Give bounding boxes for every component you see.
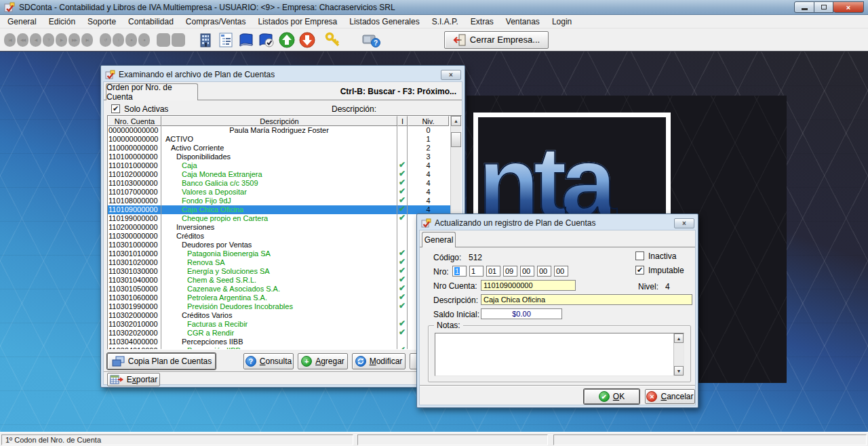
- nro-segment-6[interactable]: 00: [537, 266, 551, 277]
- menu-item-edici-n[interactable]: Edición: [43, 16, 81, 28]
- update-dialog-close-button[interactable]: ×: [674, 218, 694, 228]
- modificar-label: Modificar: [370, 357, 403, 366]
- scrollbar-thumb[interactable]: [451, 132, 461, 147]
- nro-segment-3[interactable]: 01: [486, 266, 500, 277]
- menu-item-compras-ventas[interactable]: Compras/Ventas: [180, 16, 252, 28]
- tab-orden-por-nro[interactable]: Orden por Nro. de Cuenta: [106, 83, 198, 100]
- key-icon[interactable]: [323, 31, 342, 49]
- copia-plan-label: Copia Plan de Cuentas: [128, 357, 212, 366]
- nav-button-disabled: [157, 33, 170, 47]
- cancelar-button[interactable]: × Cancelar: [645, 389, 695, 404]
- table-row[interactable]: 110301010000Patagonia Bioenergia SA✔: [108, 249, 450, 258]
- notas-scrollbar[interactable]: ▲ ▼: [673, 333, 684, 376]
- ok-button[interactable]: ✔ OK: [584, 389, 639, 404]
- descripcion-field[interactable]: Caja Chica Oficina: [481, 294, 692, 305]
- table-row[interactable]: 110107000000Valores a Depositar✔4: [108, 188, 450, 197]
- col-header-nro-cuenta[interactable]: Nro. Cuenta: [108, 116, 161, 126]
- minimize-button[interactable]: [794, 1, 814, 13]
- menu-item-listados-por-empresa[interactable]: Listados por Empresa: [252, 16, 344, 28]
- inactiva-label: Inactiva: [648, 251, 676, 261]
- table-row[interactable]: 110108000000Fondo Fijo 9dJ✔4: [108, 197, 450, 205]
- modificar-button[interactable]: Modificar: [352, 353, 406, 369]
- exportar-button[interactable]: Exportar: [107, 373, 160, 386]
- menu-item-contabilidad[interactable]: Contabilidad: [122, 16, 180, 28]
- col-header-imputable[interactable]: I: [397, 116, 408, 126]
- tab-label: General: [425, 235, 454, 245]
- col-header-descripcion[interactable]: Descripción: [161, 116, 397, 126]
- nro-segment-2[interactable]: 1: [469, 266, 484, 277]
- table-row[interactable]: 110301050000Cazenave & Asociados S.A.✔: [108, 285, 450, 293]
- notas-scroll-up[interactable]: ▲: [674, 333, 684, 343]
- notas-label: Notas:: [434, 321, 463, 330]
- nro-segment-7[interactable]: 00: [554, 266, 568, 277]
- tab-general[interactable]: General: [422, 232, 456, 247]
- table-row[interactable]: 110100000000Disponibilidades3: [108, 153, 450, 161]
- imputable-checkbox[interactable]: [635, 266, 644, 275]
- agregar-button[interactable]: + Agregar: [298, 353, 348, 369]
- table-row[interactable]: 110200000000Inversiones: [108, 223, 450, 232]
- col-header-nivel[interactable]: Niv.: [408, 116, 449, 126]
- nro-cuenta-field[interactable]: 110109000000: [481, 280, 576, 291]
- company-icon[interactable]: [196, 31, 215, 49]
- notas-scroll-down[interactable]: ▼: [674, 366, 684, 376]
- menu-item-s-i-a-p-[interactable]: S.I.A.P.: [426, 16, 465, 28]
- menu-item-general[interactable]: General: [1, 16, 43, 28]
- nro-cuenta-value: 110109000000: [484, 281, 533, 289]
- table-row[interactable]: 110301000000Deudores por Ventas: [108, 241, 450, 249]
- checked-book-icon[interactable]: [257, 31, 276, 49]
- table-row[interactable]: 000000000000Paula María Rodriguez Foster…: [108, 126, 450, 135]
- menu-item-soporte[interactable]: Soporte: [81, 16, 122, 28]
- table-row[interactable]: 110300000000Créditos: [108, 232, 450, 241]
- table-row[interactable]: 110000000000Activo Corriente2: [108, 144, 450, 153]
- table-row[interactable]: 110301020000Renova SA✔: [108, 258, 450, 267]
- cerrar-empresa-button[interactable]: Cerrar Empresa...: [444, 31, 549, 49]
- nro-segment-4[interactable]: 09: [503, 266, 517, 277]
- table-row[interactable]: 110301060000Petrolera Argentina S.A.✔: [108, 293, 450, 302]
- restore-button[interactable]: [814, 1, 833, 13]
- table-row[interactable]: 110302020000CGR a Rendir✔: [108, 329, 450, 338]
- table-row[interactable]: 110301040000Chem & Seed S.R.L.✔: [108, 276, 450, 285]
- close-button[interactable]: ×: [833, 1, 864, 13]
- nav-button-disabled: i: [113, 33, 124, 47]
- copia-plan-button[interactable]: Copia Plan de Cuentas: [107, 353, 216, 369]
- table-row[interactable]: 110101000000Caja✔4: [108, 161, 450, 170]
- menu-item-ventanas[interactable]: Ventanas: [500, 16, 546, 28]
- sd-help-icon[interactable]: ?: [361, 31, 380, 49]
- table-row[interactable]: 110103000000Banco Galicia c/c 3509✔4: [108, 179, 450, 188]
- saldo-inicial-field[interactable]: $0.00: [481, 308, 562, 319]
- table-row[interactable]: 110304000000Percepciones IIBB: [108, 338, 450, 346]
- table-row[interactable]: 110302010000Facturas a Recibir✔: [108, 320, 450, 329]
- table-row[interactable]: 110199000000Cheque propio en Cartera✔: [108, 214, 450, 223]
- cerrar-empresa-label: Cerrar Empresa...: [470, 35, 540, 45]
- table-row[interactable]: 100000000000ACTIVO1: [108, 135, 450, 144]
- table-row[interactable]: 110109000000Caja Chica Oficina✔4: [108, 205, 450, 214]
- menu-item-login[interactable]: Login: [546, 16, 578, 28]
- accounts-grid: Nro. Cuenta Descripción I Niv. 000000000…: [107, 115, 462, 350]
- down-arrow-icon[interactable]: [298, 31, 317, 49]
- solo-activas-checkbox[interactable]: [111, 104, 120, 113]
- journal-book-icon[interactable]: [237, 31, 256, 49]
- scroll-up-button[interactable]: ▲: [451, 116, 461, 126]
- table-row[interactable]: 110301990000Previsión Deudores Incobrabl…: [108, 302, 450, 311]
- menu-item-extras[interactable]: Extras: [465, 16, 500, 28]
- menu-bar: GeneralEdiciónSoporteContabilidadCompras…: [0, 15, 868, 28]
- accounts-tree-icon[interactable]: [216, 31, 235, 49]
- consulta-button[interactable]: ? Consulta: [243, 353, 294, 369]
- nivel-label: Nivel:: [638, 282, 658, 291]
- menu-item-listados-generales[interactable]: Listados Generales: [343, 16, 425, 28]
- notas-textarea[interactable]: ▲ ▼: [435, 333, 684, 376]
- table-row[interactable]: 110301030000Energía y Soluciones SA✔: [108, 267, 450, 276]
- nro-segment-5[interactable]: 00: [520, 266, 534, 277]
- table-row[interactable]: 110304010000Percepción IIBB✔: [108, 346, 450, 349]
- inactiva-checkbox[interactable]: [635, 251, 644, 260]
- table-row[interactable]: 110102000000Caja Moneda Extranjera✔4: [108, 170, 450, 179]
- status-panel-1: 1º Codon del Nro. de Cuenta: [1, 434, 353, 445]
- tab-label: Orden por Nro. de Cuenta: [106, 83, 197, 102]
- table-row[interactable]: 110302000000Créditos Varios: [108, 311, 450, 320]
- nav-button-disabled: [172, 33, 185, 47]
- up-arrow-icon[interactable]: [277, 31, 296, 49]
- nro-segment-1[interactable]: 1: [452, 266, 467, 277]
- solo-activas-label: Solo Activas: [124, 104, 168, 114]
- nro-cuenta-label: Nro Cuenta:: [433, 281, 477, 291]
- browse-dialog-close-button[interactable]: ×: [441, 70, 461, 80]
